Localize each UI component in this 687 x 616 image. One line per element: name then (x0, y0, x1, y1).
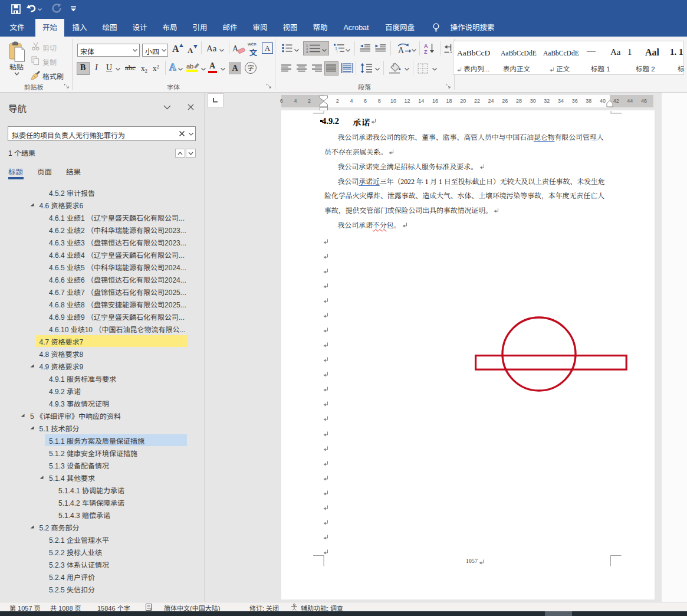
svg-text:Z: Z (424, 49, 428, 55)
svg-text:A: A (424, 43, 428, 49)
svg-text:x: x (150, 606, 152, 611)
svg-text:ab: ab (186, 63, 193, 70)
svg-text:i: i (337, 50, 337, 53)
svg-text:A: A (398, 46, 405, 55)
svg-text:3: 3 (306, 50, 308, 54)
